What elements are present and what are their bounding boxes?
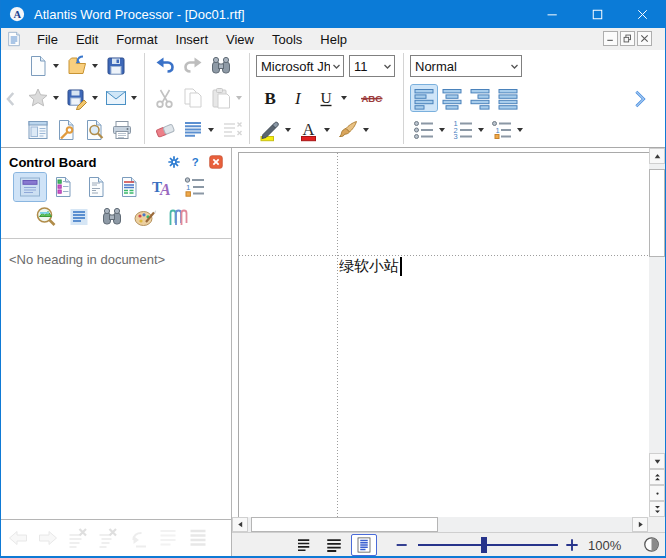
scroll-left-button[interactable] — [232, 517, 248, 532]
zoom-out-button[interactable] — [392, 535, 412, 555]
scroll-down-button[interactable] — [649, 453, 665, 469]
window-layout-button[interactable] — [25, 117, 51, 143]
dropdown-arrow-icon[interactable] — [439, 128, 445, 132]
cut-button[interactable] — [152, 85, 178, 111]
cb-bookmarks-button[interactable] — [47, 173, 79, 201]
panel-close-icon[interactable] — [208, 154, 225, 171]
dropdown-arrow-icon[interactable] — [363, 128, 369, 132]
print-button[interactable] — [109, 117, 135, 143]
draft-view-button[interactable] — [292, 535, 316, 555]
style-combo[interactable]: Normal — [410, 55, 522, 77]
menu-view[interactable]: View — [217, 30, 263, 49]
cb-colors-button[interactable] — [129, 203, 161, 231]
menu-help[interactable]: Help — [311, 30, 356, 49]
cb-styles-button[interactable] — [113, 173, 145, 201]
redo-button[interactable] — [180, 53, 206, 79]
heading-restore-button[interactable] — [123, 524, 153, 552]
undo-button[interactable] — [152, 53, 178, 79]
bullet-list-button[interactable] — [411, 117, 437, 143]
heading-body-all-button[interactable] — [183, 524, 213, 552]
cb-search-button[interactable] — [96, 203, 128, 231]
zoom-in-button[interactable] — [562, 535, 582, 555]
dropdown-arrow-icon[interactable] — [517, 128, 523, 132]
format-painter-button[interactable] — [335, 117, 361, 143]
font-color-button[interactable]: A — [296, 117, 322, 143]
dropdown-arrow-icon[interactable] — [478, 128, 484, 132]
paste-button[interactable] — [208, 85, 234, 111]
dropdown-arrow-icon[interactable] — [208, 128, 214, 132]
dropdown-arrow-icon[interactable] — [341, 96, 347, 100]
combo-arrow-icon[interactable] — [332, 62, 341, 71]
doc-minimize-button[interactable] — [603, 31, 618, 46]
print-preview-button[interactable] — [81, 117, 107, 143]
menu-insert[interactable]: Insert — [167, 30, 218, 49]
heading-delete-sub-button[interactable] — [93, 524, 123, 552]
online-view-button[interactable] — [322, 535, 346, 555]
align-center-button[interactable] — [439, 85, 465, 111]
underline-button[interactable]: U — [313, 85, 339, 111]
cb-numbering-button[interactable]: 1 — [179, 173, 211, 201]
align-justify-button[interactable] — [495, 85, 521, 111]
align-right-button[interactable] — [467, 85, 493, 111]
vertical-scrollbar[interactable] — [649, 148, 665, 517]
horizontal-scroll-thumb[interactable] — [251, 517, 438, 532]
browse-object-button[interactable] — [649, 485, 665, 501]
dropdown-arrow-icon[interactable] — [92, 96, 98, 100]
clear-formatting-button[interactable] — [219, 117, 245, 143]
font-size-combo[interactable]: 11 — [349, 55, 395, 77]
dropdown-arrow-icon[interactable] — [92, 64, 98, 68]
save-button[interactable] — [103, 53, 129, 79]
highlight-button[interactable] — [257, 117, 283, 143]
email-button[interactable] — [103, 85, 129, 111]
toolbar-overflow-right-icon[interactable] — [629, 88, 651, 110]
contrast-icon[interactable] — [642, 535, 662, 555]
doc-close-button[interactable] — [637, 31, 652, 46]
new-document-button[interactable] — [25, 53, 51, 79]
menu-edit[interactable]: Edit — [67, 30, 107, 49]
horizontal-scrollbar[interactable] — [232, 517, 649, 532]
heading-delete-button[interactable] — [63, 524, 93, 552]
maximize-button[interactable] — [575, 0, 620, 28]
dropdown-arrow-icon[interactable] — [131, 96, 137, 100]
align-left-button[interactable] — [411, 85, 437, 111]
cb-headings-button[interactable] — [14, 173, 46, 201]
cb-fonts-button[interactable]: TA — [146, 173, 178, 201]
dropdown-arrow-icon[interactable] — [236, 96, 242, 100]
italic-button[interactable]: I — [285, 85, 311, 111]
find-binoculars-button[interactable] — [208, 53, 234, 79]
previous-page-button[interactable] — [649, 469, 665, 485]
favorites-star-button[interactable] — [25, 85, 51, 111]
nav-forward-button[interactable] — [33, 524, 63, 552]
open-folder-button[interactable] — [64, 53, 90, 79]
document-text-line[interactable]: 绿软小站 — [339, 257, 402, 276]
bold-button[interactable]: B — [257, 85, 283, 111]
cb-clips-button[interactable] — [162, 203, 194, 231]
close-button[interactable] — [620, 0, 665, 28]
strikethrough-button[interactable]: ABC — [352, 85, 392, 111]
next-page-button[interactable] — [649, 501, 665, 517]
paragraph-format-button[interactable] — [180, 117, 206, 143]
document-area[interactable]: 绿软小站 — [232, 148, 649, 517]
layout-view-button[interactable] — [352, 535, 376, 555]
minimize-button[interactable] — [530, 0, 575, 28]
cb-paragraphs-button[interactable] — [63, 203, 95, 231]
document-page[interactable]: 绿软小站 — [238, 152, 649, 517]
doc-restore-button[interactable] — [620, 31, 635, 46]
dropdown-arrow-icon[interactable] — [53, 64, 59, 68]
scroll-right-button[interactable] — [632, 517, 648, 532]
save-as-button[interactable] — [64, 85, 90, 111]
menu-tools[interactable]: Tools — [263, 30, 311, 49]
help-icon[interactable]: ? — [187, 154, 204, 171]
toolbar-overflow-left-icon[interactable] — [1, 90, 21, 108]
combo-arrow-icon[interactable] — [510, 62, 519, 71]
combo-arrow-icon[interactable] — [383, 62, 392, 71]
zoom-slider-thumb[interactable] — [481, 537, 487, 553]
outline-list-button[interactable]: 1 — [489, 117, 515, 143]
nav-back-button[interactable] — [3, 524, 33, 552]
numbered-list-button[interactable]: 123 — [450, 117, 476, 143]
scroll-up-button[interactable] — [649, 148, 665, 164]
page-setup-button[interactable] — [53, 117, 79, 143]
dropdown-arrow-icon[interactable] — [324, 128, 330, 132]
vertical-scroll-thumb[interactable] — [649, 169, 665, 257]
dropdown-arrow-icon[interactable] — [285, 128, 291, 132]
